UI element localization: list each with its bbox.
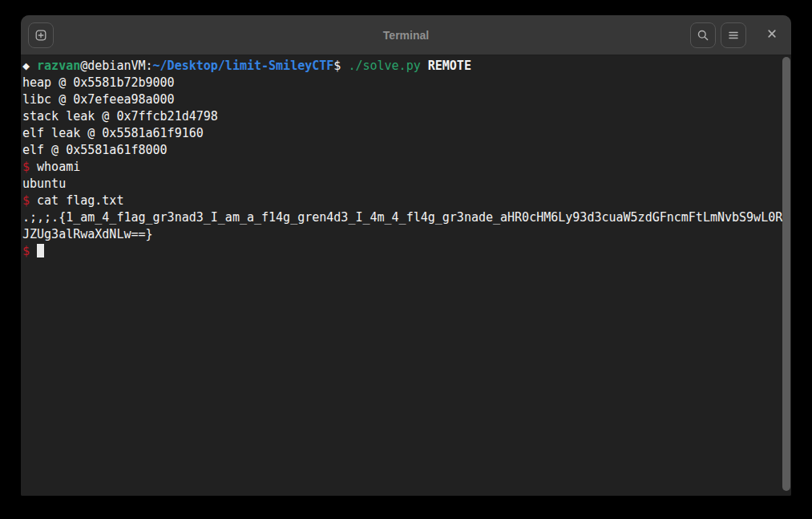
terminal-window: Terminal [21,15,791,496]
terminal-line: ◆ razvan@debianVM:~/Desktop/limit-Smiley… [22,58,790,75]
close-icon [766,28,778,42]
header-bar: Terminal [21,15,791,55]
terminal-line: .;,;.{1_am_4_f1ag_gr3nad3_I_am_a_f14g_gr… [22,209,790,226]
search-button[interactable] [690,22,716,48]
hamburger-menu-icon [727,29,740,42]
search-icon [697,29,709,42]
terminal-line: elf @ 0x5581a61f8000 [22,142,790,159]
terminal-line: JZUg3alRwaXdNLw==} [22,226,790,243]
terminal-line: elf leak @ 0x5581a61f9160 [22,125,790,142]
terminal-line: $ cat flag.txt [22,193,790,209]
close-button[interactable] [761,24,783,47]
terminal-line: heap @ 0x5581b72b9000 [22,75,790,91]
terminal-line: $ whoami [22,159,790,176]
new-tab-button[interactable] [28,22,54,48]
terminal-content-area[interactable]: ◆ razvan@debianVM:~/Desktop/limit-Smiley… [21,55,791,496]
terminal-output: ◆ razvan@debianVM:~/Desktop/limit-Smiley… [22,58,790,260]
terminal-line: stack leak @ 0x7ffcb21d4798 [22,108,790,125]
new-tab-icon [34,29,47,42]
header-right-controls [690,15,791,55]
terminal-line: $ [22,243,790,260]
scrollbar-thumb[interactable] [782,57,790,491]
menu-button[interactable] [721,22,746,48]
window-title: Terminal [21,15,791,55]
terminal-line: libc @ 0x7efeea98a000 [22,91,790,108]
terminal-cursor [37,244,44,257]
terminal-line: ubuntu [22,176,790,193]
